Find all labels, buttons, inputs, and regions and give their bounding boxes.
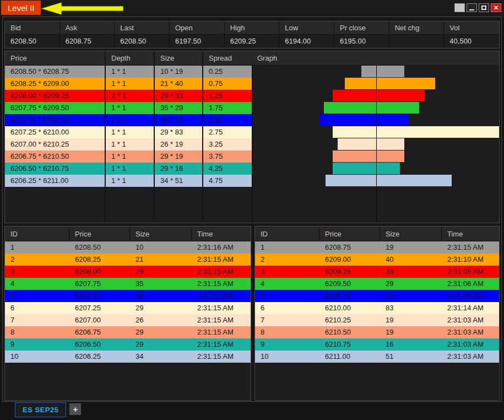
depth-depth-cell: 1 * 1 [106,114,155,126]
depth-spread-cell: 1.25 [203,90,253,102]
bid-trade-row[interactable]: 106206.25342:31:15 AM [5,351,251,363]
depth-price-cell: 6208.00 * 6209.25 [5,90,106,102]
graph-center-line [376,66,377,223]
ask-trade-row[interactable]: 86210.50192:31:03 AM [255,326,499,338]
depth-row[interactable]: 6208.25 * 6209.001 * 121 * 400.75 [5,78,252,90]
bid-trade-row[interactable]: 56207.50382:31:15 AM [5,290,251,302]
ask-id-cell: 6 [255,302,319,314]
depth-size-cell: 35 * 29 [155,102,203,114]
bid-time-cell: 2:31:15 AM [192,351,251,363]
bid-trade-row[interactable]: 66207.25292:31:15 AM [5,302,251,314]
bid-trade-row[interactable]: 36208.00292:31:15 AM [5,266,251,278]
tab-es-sep25[interactable]: ES SEP25 [15,402,66,417]
summary-header-cell: Vol [444,21,499,35]
ask-id-cell: 7 [255,314,319,326]
depth-header-cell: Price [5,51,106,66]
depth-spread-cell: 2.75 [203,126,253,138]
depth-row[interactable]: 6207.50 * 6209.751 * 138 * 222.25 [5,114,252,126]
bid-trade-row[interactable]: 46207.75352:31:15 AM [5,278,251,290]
bid-size-cell: 21 [130,254,192,266]
maximize-button[interactable] [479,3,489,12]
summary-header-cell: Net chg [389,21,445,35]
ask-trade-row[interactable]: 36209.25332:31:05 AM [255,266,499,278]
ask-trade-row[interactable]: 76210.25192:31:03 AM [255,314,499,326]
ask-trade-row[interactable]: 56209.75222:31:03 AM [255,290,499,302]
bid-trade-row[interactable]: 16208.50102:31:16 AM [5,241,251,254]
bid-size-cell: 10 [130,241,192,254]
ask-id-cell: 5 [255,290,319,302]
depth-row[interactable]: 6208.50 * 6208.751 * 110 * 190.25 [5,66,252,78]
depth-depth-cell: 1 * 1 [106,175,155,187]
ask-size-bar [376,78,436,89]
depth-depth-cell: 1 * 1 [106,150,155,163]
depth-depth-cell: 1 * 1 [106,102,155,114]
ask-size-bar [376,150,404,162]
bid-trade-row[interactable]: 96206.50292:31:15 AM [5,338,251,351]
depth-row[interactable]: 6206.75 * 6210.501 * 129 * 193.75 [5,150,252,163]
bid-time-cell: 2:31:15 AM [192,278,251,290]
ask-trade-row[interactable]: 46209.50292:31:06 AM [255,278,499,290]
ask-header-cell: ID [255,227,319,241]
plus-icon: + [73,405,78,414]
depth-price-cell: 6208.25 * 6209.00 [5,78,106,90]
ask-price-cell: 6209.25 [319,266,380,278]
depth-header-cell: Size [155,51,203,66]
ask-id-cell: 9 [255,338,319,351]
depth-row[interactable]: 6207.75 * 6209.501 * 135 * 291.75 [5,102,252,114]
ask-trade-row[interactable]: 106211.00512:31:03 AM [255,351,499,363]
bid-size-bar [361,66,376,77]
minimize-button[interactable] [467,3,477,12]
depth-row[interactable]: 6208.00 * 6209.251 * 129 * 331.25 [5,90,252,102]
ask-price-cell: 6210.00 [319,302,380,314]
ask-trade-row[interactable]: 16208.75192:31:15 AM [255,241,499,254]
bid-price-cell: 6207.00 [69,314,130,326]
bid-price-cell: 6207.25 [69,302,130,314]
ask-time-cell: 2:31:03 AM [442,314,499,326]
ask-price-cell: 6210.75 [319,338,380,351]
bid-time-cell: 2:31:15 AM [192,290,251,302]
ask-trade-row[interactable]: 66210.00832:31:14 AM [255,302,499,314]
bid-size-cell: 34 [130,351,192,363]
bids-rows: 16208.50102:31:16 AM26208.25212:31:15 AM… [5,241,251,363]
bid-id-cell: 2 [5,254,69,266]
bid-time-cell: 2:31:15 AM [192,314,251,326]
depth-row[interactable]: 6206.50 * 6210.751 * 129 * 164.25 [5,163,252,175]
ask-time-cell: 2:31:03 AM [442,338,499,351]
tab-strip: ES SEP25 + [0,402,504,420]
bid-price-cell: 6208.25 [69,254,130,266]
summary-header-cell: Bid [5,21,60,35]
bid-size-cell: 29 [130,326,192,338]
ask-size-cell: 29 [380,278,442,290]
bid-size-bar [333,90,376,101]
summary-header-cell: Ask [60,21,115,35]
bid-trade-row[interactable]: 86206.75292:31:15 AM [5,326,251,338]
ask-trade-row[interactable]: 96210.75162:31:03 AM [255,338,499,351]
depth-panel: PriceDepthSizeSpread 6208.50 * 6208.751 … [4,51,500,223]
bid-size-bar [333,150,376,162]
shade-button[interactable] [454,3,465,12]
summary-value-cell: 40,500 [444,35,499,48]
ask-trade-row[interactable]: 26209.00402:31:10 AM [255,254,499,266]
bid-header-cell: Time [192,227,251,241]
depth-row[interactable]: 6207.00 * 6210.251 * 126 * 193.25 [5,138,252,150]
depth-row[interactable]: 6206.25 * 6211.001 * 134 * 514.75 [5,175,252,187]
ask-time-cell: 2:31:06 AM [442,278,499,290]
depth-size-cell: 10 * 19 [155,66,203,78]
ask-id-cell: 10 [255,351,319,363]
depth-price-cell: 6207.00 * 6210.25 [5,138,106,150]
depth-header-row: PriceDepthSizeSpread [5,51,252,66]
close-button[interactable]: ✕ [491,3,501,12]
depth-filler-cell [5,187,106,223]
summary-value-cell: 6208.50 [115,35,170,48]
depth-header-cell: Spread [203,51,253,66]
depth-size-cell: 26 * 19 [155,138,203,150]
summary-value-cell: 6194.00 [279,35,334,48]
window-controls: ✕ [454,3,501,12]
summary-header-row: BidAskLastOpenHighLowPr closeNet chgVol [5,21,499,35]
depth-row[interactable]: 6207.25 * 6210.001 * 129 * 832.75 [5,126,252,138]
summary-value-cell: 6208.75 [60,35,115,48]
bid-trade-row[interactable]: 26208.25212:31:15 AM [5,254,251,266]
ask-size-cell: 19 [380,326,442,338]
bid-trade-row[interactable]: 76207.00262:31:15 AM [5,314,251,326]
add-tab-button[interactable]: + [69,403,81,415]
